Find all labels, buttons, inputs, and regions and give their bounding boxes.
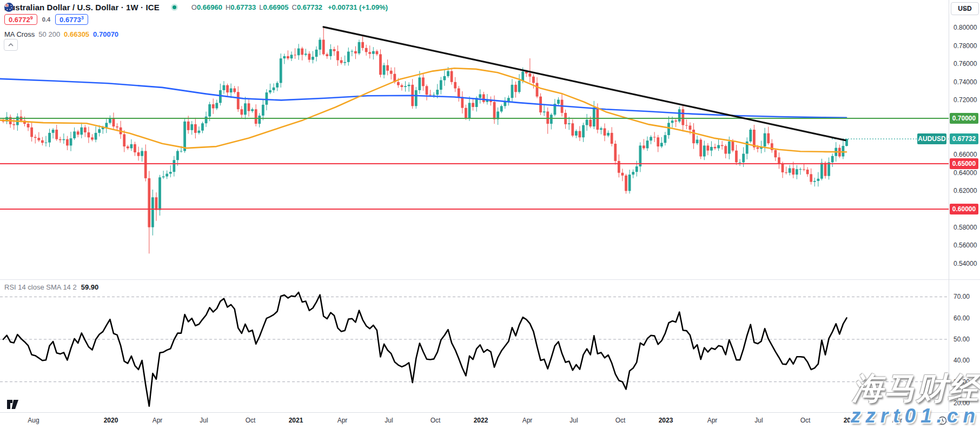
time-axis-label[interactable]: Oct — [615, 417, 626, 424]
time-axis-label[interactable]: Apr — [522, 417, 533, 424]
price-axis-label: 0.72000 — [953, 96, 977, 104]
rsi-axis-label: 60.00 — [953, 314, 970, 322]
time-axis-label[interactable]: Aug — [28, 417, 39, 424]
price-axis-label: 0.74000 — [953, 78, 977, 86]
time-axis-label[interactable]: Oct — [246, 417, 256, 424]
rsi-chart-canvas[interactable] — [0, 280, 949, 412]
spread-value: 0.4 — [42, 16, 50, 23]
high-value: 0.67733 — [230, 3, 256, 11]
change-value: +0.00731 (+1.09%) — [328, 3, 388, 11]
price-tag: 0.60000 — [950, 204, 978, 215]
currency-selector[interactable]: USD — [951, 2, 979, 15]
quote-panel: 0.67729 0.4 0.67733 — [4, 14, 88, 25]
rsi-indicator-legend[interactable]: RSI 14 close SMA 14 2 59.90 — [4, 283, 98, 291]
close-value: 0.67732 — [297, 3, 322, 11]
price-axis-label: 0.62000 — [953, 187, 977, 195]
australia-flag-icon — [4, 3, 14, 12]
price-axis-label: 0.54000 — [953, 260, 977, 267]
price-axis-label: 0.66000 — [953, 151, 977, 158]
tradingview-logo-icon[interactable] — [7, 400, 21, 409]
symbol-header: Australian Dollar / U.S. Dollar · 1W · I… — [4, 3, 388, 12]
ma50-value: 0.66305 — [64, 30, 89, 38]
symbol-price-tag: AUDUSD — [917, 133, 946, 144]
ohlc-values: O0.66960 H0.67733 L0.66905 C0.67732 +0.0… — [191, 3, 388, 11]
rsi-axis-label: 20.00 — [953, 399, 970, 407]
price-tag: 0.67732 — [950, 133, 978, 144]
rsi-label: RSI 14 close SMA 14 2 — [4, 283, 77, 291]
time-axis-label[interactable]: Jul — [200, 417, 208, 424]
time-axis-label[interactable]: Apr — [892, 417, 903, 424]
chevron-down-icon — [963, 8, 967, 10]
ma-cross-label: MA Cross — [4, 30, 35, 38]
candles — [2, 27, 848, 253]
trading-chart-app: { "header": { "symbol_title": "Australia… — [0, 0, 980, 429]
time-axis-label[interactable]: Apr — [153, 417, 163, 424]
open-value: 0.66960 — [197, 3, 222, 11]
rsi-axis-label: 40.00 — [953, 357, 970, 364]
time-axis-label[interactable]: Apr — [707, 417, 718, 424]
price-axis-border — [949, 0, 949, 412]
ma-cross-legend[interactable]: MA Cross 50 200 0.66305 0.70070 — [4, 30, 118, 38]
price-axis-label: 0.80000 — [953, 24, 977, 31]
price-chart-canvas[interactable] — [0, 0, 949, 279]
time-axis-label[interactable]: 2022 — [474, 417, 488, 424]
rsi-line — [3, 292, 847, 406]
time-axis-label[interactable]: Jul — [385, 417, 393, 424]
price-axis-label: 0.58000 — [953, 224, 977, 231]
symbol-title[interactable]: Australian Dollar / U.S. Dollar · 1W · I… — [4, 3, 160, 12]
price-tag: 0.65000 — [950, 158, 978, 169]
timezone-clock-icon[interactable] — [938, 416, 947, 425]
rsi-axis-label: 30.00 — [953, 378, 970, 386]
time-axis-border — [0, 412, 980, 413]
ma200-value: 0.70070 — [93, 30, 118, 38]
price-axis-label: 0.64000 — [953, 169, 977, 177]
time-axis-label[interactable]: 2021 — [289, 417, 303, 424]
time-axis-label[interactable]: 2024 — [844, 417, 858, 424]
time-axis-label[interactable]: Jul — [754, 417, 763, 424]
rsi-axis-label: 70.00 — [953, 293, 970, 300]
low-value: 0.66905 — [263, 3, 289, 11]
market-status-dot[interactable] — [171, 4, 178, 11]
price-axis-label: 0.76000 — [953, 60, 977, 68]
time-axis-label[interactable]: 2020 — [104, 417, 118, 424]
ma-cross-params: 50 200 — [38, 30, 60, 38]
rsi-axis-label: 50.00 — [953, 336, 970, 343]
time-axis-label[interactable]: 2023 — [659, 417, 673, 424]
price-tag: 0.70000 — [950, 113, 978, 124]
buy-price-button[interactable]: 0.67733 — [55, 14, 88, 25]
time-axis-label[interactable]: Jul — [570, 417, 578, 424]
chevron-up-icon — [8, 43, 14, 46]
time-axis-label[interactable]: Oct — [800, 417, 811, 424]
price-axis-label: 0.56000 — [953, 242, 977, 249]
collapse-legend-button[interactable] — [4, 39, 18, 51]
rsi-value: 59.90 — [81, 283, 99, 291]
pane-separator[interactable] — [0, 279, 980, 280]
price-axis-label: 0.78000 — [953, 42, 977, 50]
time-axis-label[interactable]: Oct — [431, 417, 441, 424]
time-axis-label[interactable]: Apr — [337, 417, 348, 424]
sell-price-button[interactable]: 0.67729 — [4, 14, 37, 25]
